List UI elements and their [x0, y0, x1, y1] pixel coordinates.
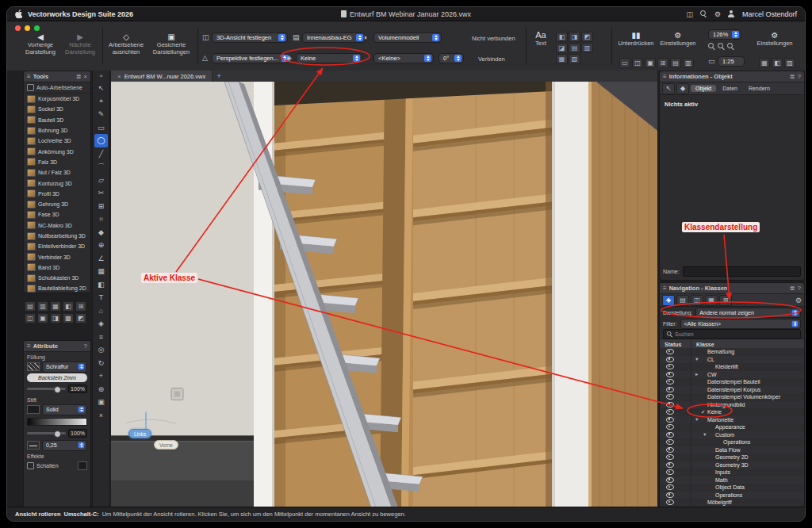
- visibility-eye-icon[interactable]: [666, 372, 674, 377]
- visibility-eye-icon[interactable]: [666, 432, 674, 438]
- strip-tool-button[interactable]: ≡: [94, 331, 108, 344]
- zoom-out-icon[interactable]: [718, 43, 725, 51]
- strip-tool-button[interactable]: ⊞: [94, 200, 108, 213]
- class-visibility-cell[interactable]: [660, 378, 691, 386]
- close-tab-icon[interactable]: ×: [117, 73, 121, 80]
- class-row[interactable]: Appearance: [660, 423, 804, 431]
- document-tab[interactable]: × Entwurf BM W...nuar 2026.vwx: [111, 71, 213, 82]
- visibility-eye-icon[interactable]: [666, 469, 674, 475]
- strip-tool-button[interactable]: ◆: [94, 226, 108, 239]
- options-icon[interactable]: ≣: [76, 73, 82, 80]
- strip-tool-button[interactable]: ⌂: [94, 304, 108, 318]
- info-tab-icon[interactable]: ↖: [662, 83, 675, 94]
- strip-tool-button[interactable]: ⌒: [94, 160, 108, 174]
- tool-item[interactable]: Nullbearbeitung 3D: [24, 231, 90, 241]
- menu-icon[interactable]: ≡: [27, 73, 31, 80]
- next-view-button[interactable]: ▶ Nächste Darstellung: [61, 33, 99, 55]
- apple-logo-icon[interactable]: [15, 10, 22, 18]
- text-tool-button[interactable]: Aa Text: [530, 31, 551, 47]
- tool-item[interactable]: Lochreihe 3D: [24, 136, 90, 146]
- help-icon[interactable]: ?: [798, 73, 801, 80]
- class-row[interactable]: Datenstempel Korpus: [660, 386, 804, 394]
- visibility-eye-icon[interactable]: [666, 424, 674, 430]
- class-column-header[interactable]: Klasse: [691, 342, 714, 347]
- visibility-eye-icon[interactable]: [666, 492, 674, 498]
- line-weight-dropdown[interactable]: 0,25: [42, 440, 87, 451]
- suppress-button[interactable]: ▮▮ Unterdrücken: [616, 31, 656, 47]
- zoom-dropdown[interactable]: 126%: [708, 29, 741, 40]
- class-visibility-cell[interactable]: [660, 499, 691, 507]
- new-tab-button[interactable]: +: [213, 71, 225, 82]
- user-icon[interactable]: [728, 10, 735, 17]
- gear-icon[interactable]: ⚙: [714, 10, 721, 18]
- settings2-button[interactable]: ⚙ Einstellungen: [751, 31, 799, 47]
- tool-item[interactable]: Sockel 3D: [24, 104, 90, 114]
- class-row[interactable]: Möbelgriff: [660, 499, 804, 507]
- navigation-mode-icon[interactable]: ⊞: [719, 295, 732, 306]
- app-name[interactable]: Vectorworks Design Suite 2026: [28, 10, 133, 18]
- mode-icon[interactable]: ▤: [569, 43, 580, 53]
- angle-stepper[interactable]: 0°: [439, 53, 464, 63]
- class-row[interactable]: ► CW: [660, 371, 804, 379]
- search-icon[interactable]: [700, 10, 707, 18]
- class-visibility-cell[interactable]: [660, 408, 691, 416]
- class-visibility-cell[interactable]: [660, 484, 691, 492]
- visibility-eye-icon[interactable]: [666, 439, 674, 445]
- strip-tool-button[interactable]: ↖: [94, 82, 108, 95]
- dock-icon[interactable]: ▩: [63, 313, 74, 323]
- help-icon[interactable]: ?: [798, 285, 801, 292]
- mode-icon[interactable]: ▥: [581, 43, 593, 53]
- toolbar-sub-icon[interactable]: ▭: [619, 58, 630, 68]
- class-visibility-cell[interactable]: [660, 416, 691, 424]
- toolbar-sub-icon[interactable]: ▣: [645, 58, 656, 68]
- class-row[interactable]: Bemaßung: [660, 348, 804, 356]
- strip-tool-button[interactable]: +: [94, 369, 108, 383]
- connect-action[interactable]: Verbinden: [478, 55, 505, 63]
- name-input[interactable]: [683, 266, 801, 277]
- strip-tool-button[interactable]: ▦: [94, 265, 108, 278]
- tool-item[interactable]: Bauteilableitung 2D: [24, 283, 90, 293]
- toolbar-sub-icon[interactable]: ▤: [670, 58, 681, 68]
- tool-item[interactable]: Verbinder 3D: [24, 251, 90, 262]
- class-visibility-cell[interactable]: [660, 348, 691, 356]
- visibility-eye-icon[interactable]: [666, 364, 674, 369]
- class-visibility-cell[interactable]: [660, 431, 691, 439]
- class-row[interactable]: Geometry 2D: [660, 453, 804, 461]
- visibility-eye-icon[interactable]: [666, 379, 674, 385]
- class-visibility-cell[interactable]: [660, 393, 691, 401]
- nav-widget-left-pill[interactable]: Links: [128, 429, 151, 438]
- class-row[interactable]: ✓ Keine: [660, 408, 804, 416]
- previous-view-button[interactable]: ◀ Vorherige Darstellung: [21, 33, 59, 55]
- tool-item[interactable]: Schubkasten 3D: [24, 273, 90, 283]
- pen-gradient-bar[interactable]: [27, 418, 87, 426]
- class-visibility-cell[interactable]: [660, 446, 691, 454]
- tool-item[interactable]: Bauteil 3D: [24, 115, 90, 125]
- class-filter-dropdown[interactable]: <Alle Klassen>: [680, 319, 802, 329]
- toolbar-sub-icon[interactable]: ▨: [784, 58, 795, 68]
- strip-tool-button[interactable]: ▣: [94, 396, 108, 409]
- class-row[interactable]: Inputs: [660, 469, 804, 476]
- dock-icon[interactable]: ◨: [50, 313, 61, 323]
- class-visibility-cell[interactable]: [660, 492, 691, 499]
- dock-icon[interactable]: ◩: [75, 313, 86, 323]
- attributes-palette-header[interactable]: ≡ Attribute ?: [24, 341, 90, 352]
- mode-icon[interactable]: ◨: [569, 32, 580, 42]
- disclosure-icon[interactable]: ▼: [703, 432, 709, 437]
- navigation-mode-icon[interactable]: ▦: [705, 295, 718, 306]
- class-row[interactable]: Datenstempel Volumenkörper: [660, 393, 804, 401]
- class-search-input[interactable]: [663, 329, 801, 339]
- class-visibility-cell[interactable]: [660, 401, 691, 409]
- strip-tool-button[interactable]: ∠: [94, 252, 108, 266]
- close-icon[interactable]: ×: [83, 73, 87, 80]
- class-row[interactable]: Geometry 3D: [660, 461, 804, 469]
- class-row[interactable]: ▼ Marionette: [660, 416, 804, 424]
- mode-icon[interactable]: ▦: [556, 54, 568, 64]
- class-row[interactable]: Kleiderlift: [660, 363, 804, 371]
- strip-tool-button[interactable]: T: [94, 291, 108, 304]
- strip-tool-button[interactable]: ✂: [94, 186, 108, 200]
- visibility-eye-icon[interactable]: [666, 447, 674, 453]
- toolbar-sub-icon[interactable]: ▦: [759, 58, 770, 68]
- align-working-plane-button[interactable]: ◇ Arbeitsebene ausrichten: [105, 33, 147, 55]
- tool-item[interactable]: Gehrung 3D: [24, 199, 90, 209]
- visibility-eye-icon[interactable]: [666, 402, 674, 407]
